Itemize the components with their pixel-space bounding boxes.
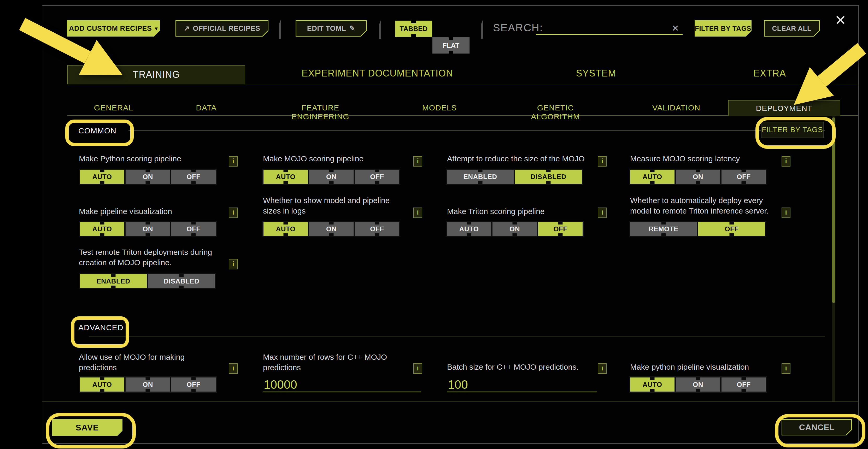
- setting-label: Test remote Triton deployments during cr…: [79, 247, 221, 268]
- toggle-allow-mojo-predictions: AUTO ON OFF: [79, 377, 217, 393]
- setting-label: Attempt to reduce the size of the MOJO: [447, 154, 593, 164]
- filter-by-tags-panel-label: FILTER BY TAGS: [762, 126, 823, 134]
- search-input[interactable]: [536, 23, 672, 33]
- save-button-label: SAVE: [76, 423, 99, 432]
- setting-label: Measure MOJO scoring latency: [630, 154, 776, 164]
- batch-size-mojo-input[interactable]: 100: [448, 378, 468, 391]
- common-divider: [128, 130, 825, 131]
- setting-label: Max number of rows for C++ MOJO predicti…: [263, 352, 394, 373]
- cancel-button[interactable]: CANCEL: [781, 419, 852, 436]
- tab-system-label: SYSTEM: [576, 68, 616, 78]
- tab-system[interactable]: SYSTEM: [510, 68, 682, 79]
- official-recipes-label: OFFICIAL RECIPES: [193, 25, 260, 33]
- toggle-option-disabled[interactable]: DISABLED: [515, 169, 582, 184]
- subtabs-bottom-border-right: [840, 115, 858, 116]
- toggle-make-triton-scoring-pipeline: AUTO ON OFF: [446, 221, 584, 237]
- info-icon[interactable]: i: [413, 156, 422, 166]
- toggle-option-on[interactable]: ON: [309, 169, 354, 184]
- save-button[interactable]: SAVE: [52, 419, 122, 436]
- toggle-option-auto[interactable]: AUTO: [630, 377, 675, 392]
- toggle-option-on[interactable]: ON: [125, 222, 170, 236]
- info-icon[interactable]: i: [413, 207, 422, 218]
- setting-label: Make Python scoring pipeline: [79, 154, 225, 164]
- toggle-option-off[interactable]: OFF: [721, 169, 766, 184]
- close-icon[interactable]: ✕: [835, 13, 846, 27]
- subtab-validation[interactable]: VALIDATION: [644, 103, 709, 112]
- toggle-option-on[interactable]: ON: [125, 169, 170, 184]
- toggle-measure-mojo-latency: AUTO ON OFF: [629, 169, 767, 185]
- subtab-validation-label: VALIDATION: [652, 103, 700, 112]
- search-underline: [536, 34, 683, 35]
- view-toggle-tabbed[interactable]: TABBED: [395, 20, 432, 37]
- toggle-option-off[interactable]: OFF: [354, 222, 400, 236]
- toggle-option-on[interactable]: ON: [492, 222, 537, 236]
- filter-by-tags-panel-button[interactable]: FILTER BY TAGS: [761, 122, 824, 138]
- toggle-option-auto[interactable]: AUTO: [80, 377, 125, 392]
- info-icon[interactable]: i: [229, 156, 238, 166]
- search-clear-icon[interactable]: ✕: [672, 23, 679, 33]
- info-icon[interactable]: i: [229, 207, 238, 218]
- toggle-option-enabled[interactable]: ENABLED: [446, 169, 514, 184]
- edit-toml-button[interactable]: EDIT TOML ✎: [296, 20, 367, 36]
- subtab-feature-engineering-label: FEATURE ENGINEERING: [291, 103, 349, 121]
- tab-extra-label: EXTRA: [753, 68, 786, 78]
- subtab-models[interactable]: MODELS: [413, 103, 466, 112]
- toggle-make-mojo-scoring-pipeline: AUTO ON OFF: [262, 169, 400, 185]
- info-icon[interactable]: i: [598, 207, 607, 218]
- max-rows-mojo-input[interactable]: 10000: [264, 378, 297, 391]
- tab-training[interactable]: TRAINING: [67, 65, 245, 84]
- subtab-general[interactable]: GENERAL: [88, 103, 140, 112]
- info-icon[interactable]: i: [413, 363, 422, 374]
- tabbed-label: TABBED: [400, 25, 428, 33]
- subtab-genetic-algorithm-label: GENETIC ALGORITHM: [531, 103, 580, 121]
- subtab-deployment[interactable]: DEPLOYMENT: [728, 100, 840, 116]
- info-icon[interactable]: i: [229, 363, 238, 374]
- scrollbar-thumb[interactable]: [832, 118, 835, 303]
- info-icon[interactable]: i: [598, 363, 607, 374]
- toggle-option-off[interactable]: OFF: [354, 169, 400, 184]
- toggle-option-off[interactable]: OFF: [721, 377, 766, 392]
- toggle-option-enabled[interactable]: ENABLED: [80, 274, 147, 288]
- filter-by-tags-toolbar-button[interactable]: FILTER BY TAGS: [694, 20, 751, 36]
- toggle-option-auto[interactable]: AUTO: [263, 169, 308, 184]
- toggle-test-remote-triton-deployments: ENABLED DISABLED: [79, 273, 216, 289]
- toggle-option-off[interactable]: OFF: [538, 222, 583, 236]
- official-recipes-button[interactable]: ↗ OFFICIAL RECIPES: [176, 20, 269, 36]
- toggle-option-auto[interactable]: AUTO: [630, 169, 675, 184]
- clear-all-button[interactable]: CLEAR ALL: [764, 20, 820, 36]
- tab-training-label: TRAINING: [133, 69, 180, 80]
- tab-experiment-documentation[interactable]: EXPERIMENT DOCUMENTATION: [244, 68, 510, 79]
- add-custom-recipes-button[interactable]: ADD CUSTOM RECIPES ▾: [67, 20, 160, 36]
- toggle-option-auto[interactable]: AUTO: [80, 169, 125, 184]
- cancel-button-label: CANCEL: [799, 423, 835, 432]
- info-icon[interactable]: i: [781, 156, 790, 166]
- toggle-option-remote[interactable]: REMOTE: [630, 222, 697, 236]
- toggle-option-auto[interactable]: AUTO: [263, 222, 308, 236]
- toggle-option-on[interactable]: ON: [676, 377, 720, 392]
- toggle-option-on[interactable]: ON: [676, 169, 720, 184]
- subtab-data[interactable]: DATA: [180, 103, 232, 112]
- toggle-option-disabled[interactable]: DISABLED: [148, 274, 215, 288]
- toggle-option-auto[interactable]: AUTO: [446, 222, 491, 236]
- toggle-option-off[interactable]: OFF: [698, 222, 765, 236]
- setting-label: Whether to show model and pipeline sizes…: [263, 195, 404, 216]
- subtab-genetic-algorithm[interactable]: GENETIC ALGORITHM: [516, 103, 595, 121]
- clear-all-label: CLEAR ALL: [772, 25, 812, 33]
- info-icon[interactable]: i: [229, 259, 238, 269]
- pencil-icon: ✎: [349, 24, 355, 33]
- view-toggle-flat[interactable]: FLAT: [432, 37, 470, 54]
- subtab-feature-engineering[interactable]: FEATURE ENGINEERING: [281, 103, 360, 121]
- toggle-option-off[interactable]: OFF: [171, 169, 216, 184]
- external-arrow-icon: ↗: [184, 24, 190, 33]
- tab-extra[interactable]: EXTRA: [682, 68, 858, 79]
- toggle-option-off[interactable]: OFF: [171, 377, 216, 392]
- toggle-option-auto[interactable]: AUTO: [80, 222, 125, 236]
- toggle-option-on[interactable]: ON: [309, 222, 354, 236]
- toggle-make-python-scoring-pipeline: AUTO ON OFF: [79, 169, 217, 185]
- info-icon[interactable]: i: [781, 363, 790, 374]
- toggle-option-on[interactable]: ON: [125, 377, 170, 392]
- info-icon[interactable]: i: [781, 207, 790, 218]
- info-icon[interactable]: i: [598, 156, 607, 166]
- subtab-deployment-label: DEPLOYMENT: [756, 104, 813, 113]
- toggle-option-off[interactable]: OFF: [171, 222, 216, 236]
